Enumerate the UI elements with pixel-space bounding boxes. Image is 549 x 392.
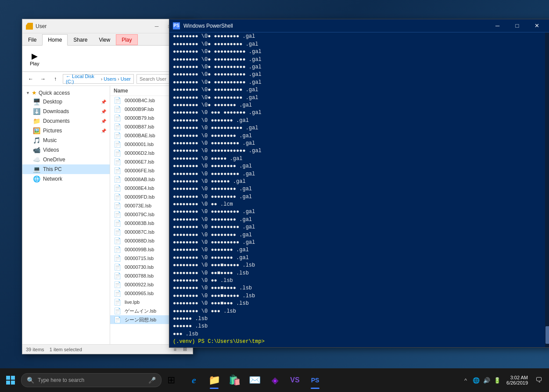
nav-onedrive[interactable]: ☁️ OneDrive — [22, 155, 110, 164]
ps-output-line: ●●●●●●●● \0● ●●●●●●●●● .gal — [173, 41, 542, 48]
task-view-button[interactable]: ⊞ — [161, 371, 181, 390]
ps-output-line: ●●●●●●●● \0 ●●● .lsb — [173, 308, 542, 315]
tray-network-icon[interactable]: 🌐 — [471, 375, 481, 385]
ps-output-line: ●●●●●●●● \0● ●●●●●●●●● .gal — [173, 86, 542, 94]
taskbar-search[interactable]: 🔍 Type here to search 🎤 — [21, 373, 161, 387]
ps-output-line: ●●●●●●●● \0 ●●●●●●● .gal — [173, 254, 542, 262]
ps-output-line: ●●●●●● .lsb — [173, 323, 542, 330]
nav-network[interactable]: 🌐 Network — [22, 174, 110, 184]
tab-share[interactable]: Share — [68, 34, 93, 45]
forward-button[interactable]: → — [38, 74, 48, 84]
taskbar-clock[interactable]: 3:02 AM 6/26/2019 — [504, 375, 531, 385]
system-tray: ^ 🌐 🔊 🔋 — [461, 375, 502, 385]
ps-titlebar-left: PS Windows PowerShell — [173, 22, 233, 29]
tab-play[interactable]: Play — [116, 34, 137, 45]
nav-downloads[interactable]: ⬇️ Downloads 📌 — [22, 107, 110, 116]
ps-output-line: ●●●●●●●● \0 ●●● ●●●●●●● .gal — [173, 109, 542, 117]
status-bar: 39 items 1 item selected ≡ ⊞ — [22, 344, 193, 354]
taskbar-powershell[interactable]: PS — [305, 371, 325, 390]
ps-content[interactable]: ●●●●●●●● \0 \new.gal●●●●●●●● \0 \save_b.… — [169, 32, 545, 347]
ps-output-line: ●●●●●●●● \0 ●●●■●●●●● .lsb — [173, 292, 542, 300]
ps-output-line: ●●●●●●●● \0 ●● .lcm — [173, 201, 542, 208]
nav-desktop[interactable]: 🖥️ Desktop 📌 — [22, 97, 110, 107]
ps-title: Windows PowerShell — [183, 23, 233, 29]
vs-code-icon: ◈ — [272, 375, 278, 385]
store-icon: 🛍️ — [229, 374, 240, 386]
taskbar-store[interactable]: 🛍️ — [225, 371, 244, 390]
tab-view[interactable]: View — [93, 34, 116, 45]
powershell-window[interactable]: PS Windows PowerShell ─ □ ✕ ●●●●●●●● \0 … — [169, 19, 549, 348]
powershell-taskbar-icon: PS — [311, 377, 319, 384]
tray-volume-icon[interactable]: 🔊 — [482, 375, 492, 385]
ps-output-line: ●●●●●●●● \0 ●●●●●●●●● .gal — [173, 224, 542, 231]
ps-output-line: ●●●●●●●● \0 ●●●■●●● .lsb — [173, 300, 542, 307]
fe-body: ▼ ★ Quick access 🖥️ Desktop 📌 ⬇️ Downloa… — [22, 86, 193, 344]
tray-battery-icon[interactable]: 🔋 — [492, 375, 502, 385]
ps-output-line: ●●●●●●●● \0● ●●●●●●●●●● .gal — [173, 71, 542, 78]
ps-minimize-button[interactable]: ─ — [488, 19, 507, 32]
items-count: 39 items — [26, 347, 44, 352]
nav-documents[interactable]: 📁 Documents 📌 — [22, 116, 110, 126]
search-placeholder: Type here to search — [38, 377, 84, 383]
ps-output-line: ●●●●●●●● \0 ●●●●●●●●● .gal — [173, 171, 542, 178]
tray-expand[interactable]: ^ — [461, 375, 470, 385]
play-ribbon-button[interactable]: ▶ Play — [26, 49, 43, 68]
taskbar-right: ^ 🌐 🔊 🔋 3:02 AM 6/26/2019 🗨 — [461, 368, 549, 392]
ps-output-line: ●●●●●●●● \0 ●●●●●●● .gal — [173, 246, 542, 254]
file-explorer-titlebar: User ─ □ ✕ — [22, 19, 193, 33]
ps-close-button[interactable]: ✕ — [527, 19, 547, 32]
desktop: User ─ □ ✕ File Home Share View Play ▶ P… — [0, 0, 549, 368]
ps-output-line: ●●●●●●●● \0 ●●●●● .gal — [173, 155, 542, 163]
ps-maximize-button[interactable]: □ — [507, 19, 527, 32]
file-icon: 📄 — [114, 237, 121, 244]
music-nav-icon: 🎵 — [33, 137, 40, 144]
edge-icon: e — [192, 374, 196, 386]
tab-home[interactable]: Home — [42, 34, 68, 46]
back-button[interactable]: ← — [26, 74, 36, 84]
nav-videos[interactable]: 📹 Videos — [22, 145, 110, 155]
ps-output-line: ●●●●●●●● \0 ●●●●●●● .gal — [173, 117, 542, 125]
taskbar-edge[interactable]: e — [184, 371, 204, 390]
file-icon: 📄 — [114, 307, 121, 314]
start-button[interactable] — [0, 368, 21, 392]
documents-nav-icon: 📁 — [33, 118, 40, 125]
crumb-users[interactable]: Users — [104, 76, 116, 82]
ps-output-line: ●●●●●●●● \0 ●●●■●●●● .lsb — [173, 285, 542, 292]
file-icon: 📄 — [114, 132, 121, 139]
microphone-icon: 🎤 — [148, 377, 156, 384]
file-icon: 📄 — [114, 272, 121, 279]
ps-window-controls: ─ □ ✕ — [488, 19, 547, 32]
ps-scrollbar[interactable] — [545, 32, 549, 347]
navigation-pane: ▼ ★ Quick access 🖥️ Desktop 📌 ⬇️ Downloa… — [22, 86, 110, 344]
notification-center-button[interactable]: 🗨 — [532, 368, 545, 392]
nav-pictures[interactable]: 🖼️ Pictures 📌 — [22, 126, 110, 135]
taskbar-file-explorer[interactable]: 📁 — [205, 371, 224, 390]
crumb-local-disk[interactable]: ← Local Disk (C:) — [66, 74, 100, 84]
ps-output-line: ●●●●●●●● \0 ●●●●●●●● .gal — [173, 193, 542, 201]
ribbon-content: ▶ Play — [22, 46, 193, 72]
taskbar-mail[interactable]: ✉️ — [245, 371, 264, 390]
nav-this-pc[interactable]: 💻 This PC — [22, 164, 110, 174]
file-icon: 📄 — [114, 220, 121, 227]
quick-access-header[interactable]: ▼ ★ Quick access — [22, 88, 110, 97]
selected-count: 1 item selected — [50, 347, 82, 352]
file-icon: 📄 — [114, 123, 121, 130]
address-path[interactable]: ← Local Disk (C:) › Users › User — [63, 74, 134, 84]
file-icon: 📄 — [114, 176, 121, 183]
nav-music[interactable]: 🎵 Music — [22, 135, 110, 145]
file-icon: 📄 — [114, 202, 121, 209]
file-explorer-icon: 📁 — [208, 374, 220, 386]
fe-title: User — [36, 23, 47, 29]
ps-output-line: ●●●●●●●● \0 ●●■●●●● .lsb — [173, 270, 542, 277]
up-button[interactable]: ↑ — [50, 74, 60, 84]
tab-file[interactable]: File — [22, 34, 42, 45]
ps-scrollbar-thumb[interactable] — [545, 326, 549, 344]
minimize-button[interactable]: ─ — [151, 22, 163, 31]
ps-output-line: ●●●●●●●● \0 ●●●●●●●●● .gal — [173, 208, 542, 216]
file-explorer-window[interactable]: User ─ □ ✕ File Home Share View Play ▶ P… — [22, 19, 193, 354]
taskbar-vs[interactable]: VS — [285, 371, 305, 390]
ps-output-line: ●●●●●●●● \0● ●●●●●●●●●● .gal — [173, 64, 542, 71]
taskbar-vs-code[interactable]: ◈ — [265, 371, 284, 390]
search-icon: 🔍 — [27, 377, 34, 384]
crumb-user[interactable]: User — [121, 76, 131, 82]
